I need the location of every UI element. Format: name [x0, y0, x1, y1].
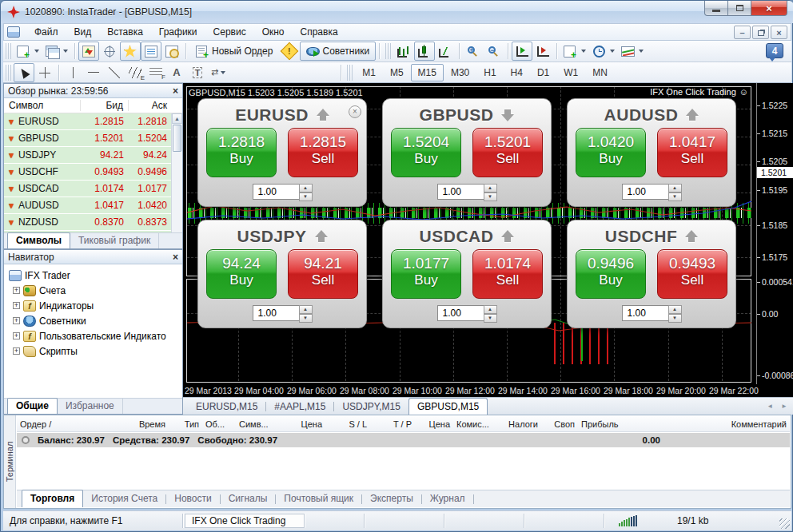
spin-down-icon[interactable]: ▼ [668, 193, 682, 201]
tab-account-history[interactable]: История Счета [83, 490, 165, 507]
column-tp[interactable]: T / P [370, 419, 415, 429]
column-swap[interactable]: Своп [541, 419, 578, 429]
menu-file[interactable]: Файл [26, 24, 66, 40]
spin-down-icon[interactable]: ▼ [484, 193, 497, 201]
child-minimize-button[interactable]: – [734, 26, 751, 39]
tab-favorites[interactable]: Избранное [58, 399, 123, 414]
horizontal-line-button[interactable] [83, 63, 104, 82]
buy-button[interactable]: 1.2818Buy [206, 128, 277, 177]
timeframe-m15[interactable]: M15 [411, 64, 444, 81]
tab-experts[interactable]: Эксперты [362, 490, 421, 507]
tab-journal[interactable]: Журнал [422, 490, 473, 507]
menu-service[interactable]: Сервис [205, 24, 254, 40]
profiles-button[interactable] [42, 42, 71, 61]
price-axis[interactable]: 1.5225 1.5215 1.5205 1.5201 1.5195 1.518… [756, 83, 793, 384]
volume-input[interactable] [253, 184, 299, 200]
volume-input[interactable] [622, 305, 668, 321]
column-symbol[interactable]: Симв... [236, 419, 276, 429]
text-tool-button[interactable]: A [166, 63, 187, 82]
expand-icon[interactable]: + [13, 287, 20, 294]
quote-row[interactable]: ▼EURUSD1.28151.2818 [4, 113, 182, 130]
timeframe-h1[interactable]: H1 [476, 64, 503, 81]
chart-area[interactable]: GBPUSD,M15 1.5203 1.5205 1.5189 1.5201 I… [183, 83, 793, 397]
sell-button[interactable]: 0.9493Sell [657, 249, 727, 299]
volume-input[interactable] [622, 184, 668, 200]
line-chart-button[interactable] [435, 42, 456, 61]
market-watch-scrollbar[interactable]: ▲ [171, 113, 182, 233]
buy-button[interactable]: 1.0420Buy [576, 128, 646, 177]
status-mode-text[interactable]: IFX One Click Trading [185, 514, 305, 528]
volume-input[interactable] [253, 305, 299, 321]
chart-tab-usdjpy[interactable]: USDJPY,M15 [334, 399, 408, 415]
arrows-tool-button[interactable]: ⇄ [208, 63, 229, 82]
new-order-button[interactable]: + Новый Ордер [189, 42, 279, 61]
volume-input[interactable] [437, 184, 484, 200]
data-window-button[interactable] [99, 42, 120, 61]
tree-item-advisors[interactable]: + Советники [7, 313, 182, 328]
column-volume[interactable]: Об... [202, 419, 236, 429]
bar-chart-button[interactable] [393, 42, 414, 61]
chart-tab-eurusd[interactable]: EURUSD,M15 [188, 399, 265, 415]
column-taxes[interactable]: Налоги [495, 419, 541, 429]
smiley-icon[interactable]: ☺ [739, 87, 748, 97]
timeframe-mn[interactable]: MN [585, 64, 615, 81]
expand-icon[interactable]: + [13, 347, 20, 355]
buy-button[interactable]: 1.0177Buy [391, 249, 461, 299]
tab-symbols[interactable]: Символы [7, 232, 70, 248]
maximize-button[interactable] [728, 1, 751, 16]
terminal-button[interactable] [141, 42, 161, 61]
expand-icon[interactable]: + [13, 317, 20, 324]
menu-insert[interactable]: Вставка [99, 24, 151, 40]
vertical-line-button[interactable] [62, 63, 83, 82]
crosshair-tool-button[interactable] [34, 63, 55, 82]
navigator-button[interactable] [120, 42, 141, 61]
zoom-out-button[interactable]: − [484, 42, 504, 61]
menu-window[interactable]: Окно [254, 24, 293, 40]
candlestick-button[interactable] [414, 42, 435, 61]
tree-item-accounts[interactable]: + Счета [7, 283, 182, 298]
spin-down-icon[interactable]: ▼ [484, 314, 497, 323]
indicators-button[interactable]: + [560, 42, 589, 61]
column-price-close[interactable]: Цена [415, 419, 453, 429]
column-time[interactable]: Время [103, 419, 169, 429]
strategy-tester-button[interactable] [161, 42, 182, 61]
spin-down-icon[interactable]: ▼ [299, 314, 313, 323]
spin-up-icon[interactable]: ▲ [668, 184, 682, 193]
tabs-scroll-left-icon[interactable]: ◄ [767, 403, 773, 410]
column-commission[interactable]: Комис... [453, 419, 495, 429]
menu-view[interactable]: Вид [66, 24, 100, 40]
close-button[interactable]: × [751, 1, 787, 16]
buy-button[interactable]: 0.9496Buy [576, 249, 646, 299]
scroll-up-icon[interactable]: ▲ [172, 113, 182, 124]
tab-news[interactable]: Новости [166, 490, 219, 507]
spin-down-icon[interactable]: ▼ [668, 314, 682, 323]
timeframe-m1[interactable]: M1 [355, 64, 383, 81]
resize-grip[interactable] [779, 518, 790, 529]
spin-up-icon[interactable]: ▲ [484, 184, 497, 193]
quote-row[interactable]: ▼NZDUSD0.83700.8373 [4, 214, 182, 231]
new-chart-button[interactable]: + [14, 42, 42, 61]
quote-row[interactable]: ▼AUDUSD1.04171.0420 [4, 197, 182, 214]
quote-row[interactable]: ▼GBPUSD1.52011.5204 [4, 130, 182, 147]
spin-down-icon[interactable]: ▼ [299, 193, 313, 201]
column-symbol[interactable]: Символ [4, 100, 81, 111]
zoom-in-button[interactable]: + [463, 42, 484, 61]
column-type[interactable]: Тип [169, 419, 202, 429]
market-watch-button[interactable] [78, 42, 99, 61]
menu-charts[interactable]: Графики [151, 24, 205, 40]
text-label-button[interactable]: T [187, 63, 208, 82]
tree-root-ifx-trader[interactable]: IFX Trader [9, 268, 182, 283]
timeframe-w1[interactable]: W1 [556, 64, 585, 81]
column-profit[interactable]: Прибыль [578, 419, 634, 429]
chart-tab-gbpusd[interactable]: GBPUSD,M15 [408, 398, 488, 415]
auto-scroll-button[interactable] [512, 42, 532, 61]
column-ask[interactable]: Аск [129, 100, 170, 111]
periods-button[interactable] [589, 42, 618, 61]
quote-row[interactable]: ▼USDCAD1.01741.0177 [4, 181, 182, 197]
spin-up-icon[interactable]: ▲ [668, 305, 682, 314]
spin-up-icon[interactable]: ▲ [299, 184, 313, 193]
column-price-open[interactable]: Цена [276, 419, 325, 429]
warning-button[interactable]: ! [279, 42, 300, 61]
minimize-button[interactable] [704, 1, 728, 16]
fibonacci-button[interactable]: F [145, 63, 166, 82]
